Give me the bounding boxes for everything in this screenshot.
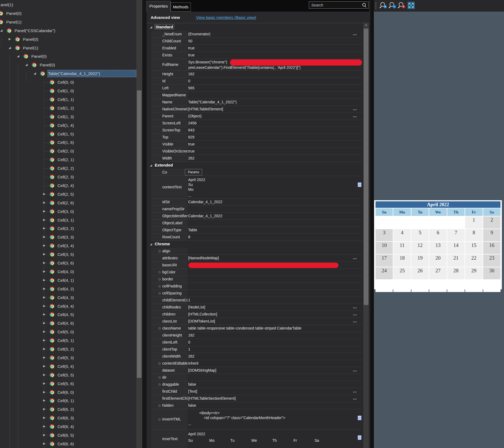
- tree-item[interactable]: ▶Cell(2, 5): [0, 191, 136, 198]
- collapse-icon[interactable]: ◢: [8, 46, 12, 49]
- property-row[interactable]: Top829: [147, 134, 369, 141]
- expand-icon[interactable]: ▶: [42, 433, 46, 437]
- property-row[interactable]: ChildCount50: [147, 38, 369, 45]
- property-row[interactable]: clientTop1: [147, 346, 369, 353]
- tree-item[interactable]: ◢Panel(1): [0, 45, 136, 52]
- tree-item[interactable]: Cell(1, 4): [0, 122, 136, 130]
- property-row[interactable]: Left565: [147, 85, 369, 92]
- tree-scrollbar[interactable]: [136, 0, 142, 448]
- tree-item[interactable]: Cell(1, 5): [0, 131, 136, 138]
- tree-item[interactable]: ▶Cell(3, 6): [0, 260, 136, 267]
- tab-properties[interactable]: Properties: [147, 1, 171, 12]
- zoom-out-icon[interactable]: −: [389, 2, 396, 9]
- expand-icon[interactable]: ▶: [8, 37, 12, 41]
- tree-item[interactable]: Panel(0): [0, 10, 136, 18]
- property-row[interactable]: clientWidth262: [147, 353, 369, 360]
- property-row[interactable]: CoParams: [147, 169, 369, 176]
- property-row[interactable]: Enabledtrue: [147, 45, 369, 52]
- calendar-date-cell[interactable]: 13: [429, 242, 447, 254]
- property-row[interactable]: innerHTML<tbody><tr><td colspan="7" clas…: [147, 409, 369, 430]
- tree-item[interactable]: ▶Cell(5, 3): [0, 355, 136, 362]
- property-row[interactable]: align: [147, 248, 369, 255]
- expand-icon[interactable]: ▶: [42, 201, 46, 204]
- property-row[interactable]: contentEditableinherit: [147, 360, 369, 367]
- calendar-date-cell[interactable]: 28: [447, 267, 465, 279]
- tree-item[interactable]: ▶Cell(5, 6): [0, 381, 136, 388]
- calendar-date-cell[interactable]: 2: [483, 216, 500, 229]
- tree-item[interactable]: ▶Cell(3, 3): [0, 234, 136, 241]
- expand-icon[interactable]: ▶: [42, 442, 46, 445]
- calendar-date-cell[interactable]: 11: [393, 242, 411, 254]
- document-icon[interactable]: [358, 435, 361, 440]
- calendar-date-cell[interactable]: 4: [393, 229, 411, 241]
- property-row[interactable]: RowCount8: [147, 234, 369, 241]
- tree-item[interactable]: ▶Cell(6, 1): [0, 398, 136, 405]
- ellipsis-button[interactable]: …: [350, 389, 360, 393]
- tree-item[interactable]: ▶Cell(5, 4): [0, 363, 136, 371]
- property-row[interactable]: classNametable table-responsive table-co…: [147, 325, 369, 332]
- expand-icon[interactable]: ▶: [42, 209, 46, 213]
- property-row[interactable]: border: [147, 276, 369, 283]
- ellipsis-button[interactable]: …: [350, 31, 360, 36]
- calendar-date-cell[interactable]: 14: [447, 242, 465, 254]
- calendar-date-cell[interactable]: 27: [429, 267, 447, 279]
- property-group-header[interactable]: ◢Chrome: [147, 241, 369, 248]
- property-row[interactable]: firstChild[Text]…: [147, 388, 369, 395]
- property-row[interactable]: Existstrue: [147, 52, 369, 59]
- calendar-date-cell[interactable]: 29: [465, 267, 482, 279]
- tree-item[interactable]: Cell(1, 6): [0, 139, 136, 147]
- property-row[interactable]: _NewEnum(Enumerator)…: [147, 31, 369, 38]
- property-row[interactable]: attributes[NamedNodeMap]…: [147, 255, 369, 262]
- property-row[interactable]: NativeChromeObject[HTMLTableElement]…: [147, 106, 369, 113]
- tree-item[interactable]: ▶Cell(6, 2): [0, 406, 136, 413]
- calendar-date-cell[interactable]: 20: [429, 254, 447, 267]
- property-row[interactable]: ObjectIdentifierCalendar_4_1_2022: [147, 213, 369, 220]
- tree-item[interactable]: ▶Cell(4, 5): [0, 311, 136, 319]
- property-row[interactable]: namePropStr: [147, 206, 369, 213]
- expand-icon[interactable]: ▶: [42, 313, 46, 316]
- panel-splitter[interactable]: [369, 0, 374, 448]
- collapse-icon[interactable]: ◢: [150, 242, 152, 246]
- calendar-date-cell[interactable]: 22: [465, 254, 482, 267]
- property-row[interactable]: classList[DOMTokenList]…: [147, 318, 369, 325]
- expand-icon[interactable]: ▶: [42, 244, 46, 247]
- property-row[interactable]: MappedName: [147, 92, 369, 99]
- search-input[interactable]: [311, 2, 360, 8]
- toolbar-grip-icon[interactable]: [376, 2, 376, 9]
- ellipsis-button[interactable]: …: [350, 368, 360, 372]
- tree-item[interactable]: Cell(2, 2): [0, 165, 136, 172]
- tree-scrollbar-thumb[interactable]: [137, 90, 141, 378]
- calendar-date-cell[interactable]: 18: [393, 254, 411, 267]
- expand-icon[interactable]: ▶: [42, 356, 46, 359]
- property-row[interactable]: innerTextApril 2022SuMoTuWeThFrSa: [147, 430, 369, 448]
- calendar-date-cell[interactable]: 16: [483, 242, 500, 254]
- tree-item[interactable]: Cell(1, 0): [0, 88, 136, 95]
- scroll-up-icon[interactable]: ▲: [363, 23, 369, 26]
- tree-item[interactable]: ▶Cell(3, 4): [0, 243, 136, 250]
- expand-icon[interactable]: ▶: [42, 382, 46, 385]
- ellipsis-button[interactable]: …: [350, 255, 360, 260]
- property-row[interactable]: VisibleOnScreentrue: [147, 148, 369, 155]
- fit-to-window-icon[interactable]: [408, 2, 415, 9]
- expand-icon[interactable]: ▶: [42, 416, 46, 419]
- property-row[interactable]: children[HTMLCollection]…: [147, 311, 369, 318]
- expand-icon[interactable]: ▶: [42, 296, 46, 299]
- property-row[interactable]: Parent(Object)…: [147, 113, 369, 120]
- expand-icon[interactable]: ▶: [42, 226, 46, 230]
- property-row[interactable]: contentTextApril 2022SuMo...: [147, 176, 369, 199]
- ellipsis-button[interactable]: …: [350, 106, 360, 111]
- property-row[interactable]: firstElementChild[HTMLTableSectionElemen…: [147, 395, 369, 402]
- expand-icon[interactable]: ▶: [42, 330, 46, 333]
- calendar-date-cell[interactable]: 19: [411, 254, 429, 267]
- property-group-header[interactable]: ◢Extended: [147, 162, 369, 169]
- expand-icon[interactable]: ▶: [42, 407, 46, 411]
- tree-item[interactable]: ▶Cell(3, 0): [0, 208, 136, 216]
- property-row[interactable]: hiddenfalse: [147, 402, 369, 409]
- tree-item[interactable]: Cell(1, 2): [0, 105, 136, 112]
- collapse-icon[interactable]: ◢: [150, 164, 152, 167]
- collapse-icon[interactable]: ◢: [150, 25, 152, 29]
- property-row[interactable]: bgColor: [147, 269, 369, 276]
- tree-item[interactable]: ▶Cell(6, 6): [0, 441, 136, 448]
- tree-item[interactable]: Cell(1, 1): [0, 96, 136, 104]
- property-row[interactable]: idStrCalendar_4_1_2022: [147, 199, 369, 206]
